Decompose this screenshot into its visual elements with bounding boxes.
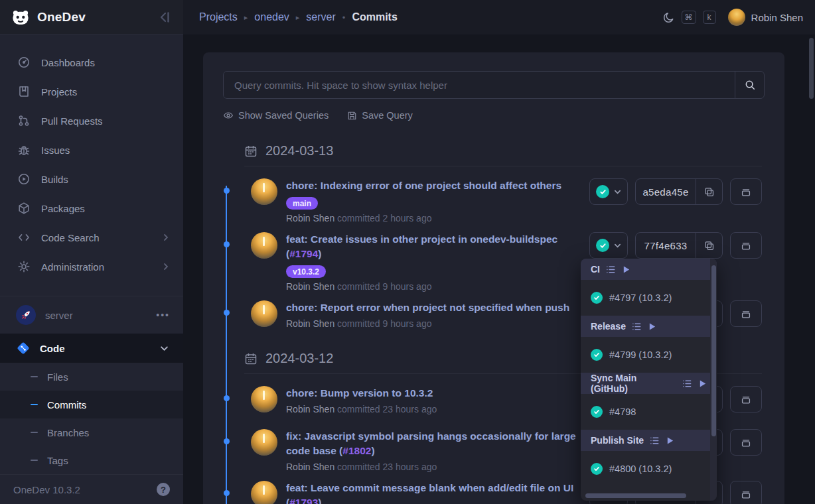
build-status-button[interactable] bbox=[589, 178, 628, 205]
job-run-icon[interactable] bbox=[622, 265, 630, 274]
breadcrumb-separator-icon: ▸ bbox=[244, 13, 248, 22]
commit-author: Robin Shen bbox=[286, 281, 334, 292]
sidebar-item-branches[interactable]: Branches bbox=[0, 418, 183, 446]
commit-message-link[interactable]: fix: Javascript symbol parsing hangs occ… bbox=[286, 429, 579, 458]
popup-vertical-scrollbar[interactable] bbox=[711, 265, 716, 436]
commit-message-link[interactable]: chore: Report error when project not spe… bbox=[286, 300, 569, 315]
commit-message-link[interactable]: feat: Create issues in other project in … bbox=[286, 232, 579, 261]
commit-title-text: chore: Indexing error of one project sho… bbox=[286, 180, 561, 191]
build-success-icon bbox=[596, 185, 609, 198]
project-more-icon[interactable]: ••• bbox=[156, 310, 170, 320]
commit-message-link[interactable]: chore: Bump version to 10.3.2 bbox=[286, 386, 437, 401]
commit-meta: Robin Shen committed 9 hours ago bbox=[286, 318, 569, 329]
committer-avatar bbox=[251, 386, 277, 412]
job-header-sync-main: Sync Main (GitHub) bbox=[581, 373, 717, 394]
sidebar-nav: Dashboards Projects Pull Requests Issues bbox=[0, 34, 183, 281]
browse-code-button[interactable] bbox=[730, 481, 762, 504]
job-list-icon[interactable] bbox=[682, 379, 692, 389]
sidebar-item-administration[interactable]: Administration bbox=[0, 252, 183, 281]
sidebar-collapse-icon[interactable] bbox=[158, 11, 171, 24]
save-query-button[interactable]: Save Query bbox=[347, 110, 413, 121]
timeline-dot bbox=[224, 438, 230, 444]
bug-icon bbox=[17, 143, 31, 157]
build-status-button[interactable] bbox=[589, 232, 628, 259]
job-list-icon[interactable] bbox=[606, 265, 616, 275]
timeline-dot bbox=[224, 188, 230, 194]
build-item[interactable]: #4797 (10.3.2) bbox=[581, 280, 717, 316]
breadcrumb-current: Commits bbox=[352, 11, 397, 23]
book-icon bbox=[17, 85, 31, 98]
issue-link[interactable]: #1793 bbox=[289, 497, 318, 504]
main-area: Show Saved Queries Save Query 2024-03-13 bbox=[183, 34, 815, 504]
query-actions: Show Saved Queries Save Query bbox=[223, 110, 784, 121]
popup-horizontal-scrollbar[interactable] bbox=[585, 493, 686, 498]
sidebar-item-files[interactable]: Files bbox=[0, 363, 183, 391]
dash-icon bbox=[31, 404, 38, 405]
commit-message-link[interactable]: chore: Indexing error of one project sho… bbox=[286, 178, 561, 193]
job-run-icon[interactable] bbox=[666, 436, 674, 445]
build-item[interactable]: #4799 (10.3.2) bbox=[581, 337, 717, 373]
sub-label: Branches bbox=[47, 427, 89, 438]
browse-code-button[interactable] bbox=[730, 300, 762, 327]
browse-code-button[interactable] bbox=[730, 386, 762, 412]
sidebar-item-code-search[interactable]: Code Search bbox=[0, 223, 183, 252]
dark-mode-icon[interactable] bbox=[662, 11, 675, 24]
sidebar-footer: OneDev 10.3.2 ? bbox=[0, 474, 183, 504]
commit-hash-button[interactable]: 77f4e633 bbox=[635, 232, 723, 259]
user-name: Robin Shen bbox=[751, 12, 803, 23]
commit-time: committed 9 hours ago bbox=[337, 281, 431, 292]
job-run-icon[interactable] bbox=[648, 322, 656, 331]
calendar-icon bbox=[244, 145, 258, 158]
breadcrumb-projects[interactable]: Projects bbox=[199, 11, 238, 23]
commit-query-input[interactable] bbox=[224, 72, 735, 98]
sidebar-item-commits[interactable]: Commits bbox=[0, 391, 183, 418]
issue-link[interactable]: #1802 bbox=[342, 445, 371, 456]
job-header-publish-site: Publish Site bbox=[581, 430, 717, 451]
show-saved-queries-button[interactable]: Show Saved Queries bbox=[223, 110, 329, 121]
search-button[interactable] bbox=[735, 72, 764, 98]
build-success-icon bbox=[591, 463, 603, 475]
job-name: Sync Main (GitHub) bbox=[591, 373, 676, 394]
build-item[interactable]: #4798 bbox=[581, 394, 717, 430]
page-scrollbar[interactable] bbox=[809, 38, 814, 99]
copy-hash-button[interactable] bbox=[696, 233, 722, 258]
breadcrumb-onedev[interactable]: onedev bbox=[254, 11, 289, 23]
project-row-server[interactable]: server ••• bbox=[0, 296, 183, 334]
copy-icon bbox=[704, 186, 715, 198]
git-icon bbox=[16, 341, 31, 355]
job-name: Publish Site bbox=[591, 435, 644, 446]
commit-hash-button[interactable]: a5eda45e bbox=[635, 178, 723, 205]
play-circle-icon bbox=[17, 172, 31, 186]
help-icon[interactable]: ? bbox=[157, 483, 170, 496]
sidebar-item-issues[interactable]: Issues bbox=[0, 135, 183, 164]
sidebar-item-code[interactable]: Code bbox=[0, 334, 183, 363]
archive-icon bbox=[740, 186, 752, 198]
sidebar-item-tags[interactable]: Tags bbox=[0, 446, 183, 474]
copy-hash-button[interactable] bbox=[696, 179, 722, 204]
nav-label: Builds bbox=[41, 174, 68, 185]
nav-label: Projects bbox=[41, 86, 77, 97]
sidebar-item-pull-requests[interactable]: Pull Requests bbox=[0, 106, 183, 135]
sidebar-item-projects[interactable]: Projects bbox=[0, 77, 183, 106]
branch-badge[interactable]: main bbox=[286, 197, 318, 210]
user-menu[interactable]: Robin Shen bbox=[728, 9, 803, 26]
job-list-icon[interactable] bbox=[632, 322, 642, 332]
tag-badge[interactable]: v10.3.2 bbox=[286, 265, 326, 278]
browse-code-button[interactable] bbox=[730, 178, 762, 205]
browse-code-button[interactable] bbox=[730, 429, 762, 456]
build-item[interactable]: #4800 (10.3.2) bbox=[581, 451, 717, 487]
browse-code-button[interactable] bbox=[730, 232, 762, 259]
issue-link[interactable]: #1794 bbox=[289, 248, 318, 259]
sidebar-item-dashboards[interactable]: Dashboards bbox=[0, 48, 183, 77]
commit-author: Robin Shen bbox=[286, 318, 334, 329]
sidebar-item-packages[interactable]: Packages bbox=[0, 194, 183, 223]
commit-date: 2024-03-13 bbox=[265, 143, 333, 158]
code-icon bbox=[17, 231, 31, 244]
build-success-icon bbox=[591, 406, 603, 418]
sidebar-item-builds[interactable]: Builds bbox=[0, 164, 183, 194]
commit-message-link[interactable]: feat: Leave commit message blank when ad… bbox=[286, 481, 579, 504]
breadcrumb-server[interactable]: server bbox=[306, 11, 335, 23]
job-list-icon[interactable] bbox=[650, 436, 660, 446]
breadcrumb-dot-icon: • bbox=[342, 13, 346, 23]
job-run-icon[interactable] bbox=[698, 379, 707, 388]
